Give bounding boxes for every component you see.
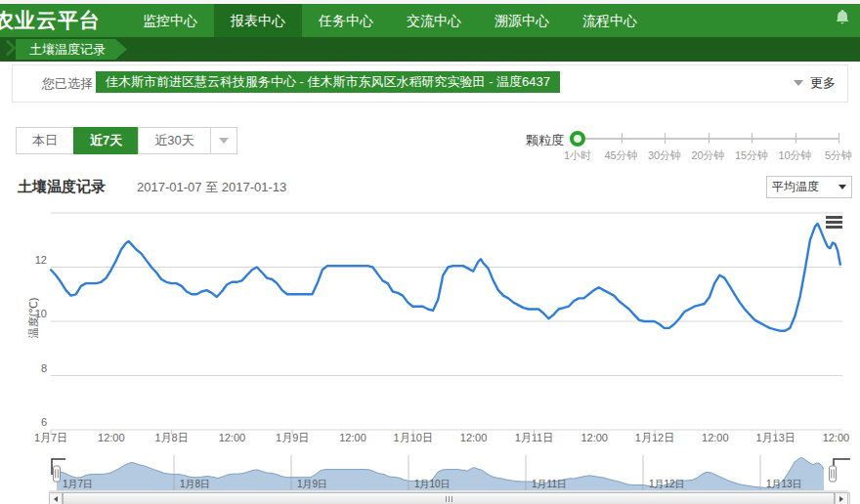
navigator-day-label: 1月9日 xyxy=(297,479,327,489)
more-button[interactable]: 更多 xyxy=(794,74,836,92)
y-tick-label: 8 xyxy=(41,362,47,374)
app-logo: 农业云平台 xyxy=(0,4,114,37)
chart-menu-icon[interactable] xyxy=(826,216,842,229)
nav-item-reports[interactable]: 报表中心 xyxy=(214,4,302,37)
granularity-option-label[interactable]: 20分钟 xyxy=(686,148,731,163)
report-date-range: 2017-01-07 至 2017-01-13 xyxy=(137,179,286,196)
granularity-label: 颗粒度 xyxy=(526,132,564,149)
nav-item-tasks[interactable]: 任务中心 xyxy=(302,4,390,37)
navigator-day-label: 1月10日 xyxy=(414,479,451,489)
range-dropdown-button[interactable] xyxy=(210,127,237,154)
date-range-button-group: 本日近7天近30天 xyxy=(17,127,237,154)
granularity-tick xyxy=(796,133,796,144)
metric-select-dropdown[interactable]: 平均温度 xyxy=(766,176,852,198)
x-tick-label: 12:00 xyxy=(823,432,850,443)
granularity-tick xyxy=(665,133,666,144)
navigator-day-label: 1月12日 xyxy=(649,479,685,489)
granularity-tick xyxy=(709,133,710,144)
x-tick-label: 12:00 xyxy=(219,432,246,443)
granularity-option-label[interactable]: 15分钟 xyxy=(729,148,774,163)
x-tick-label: 12:00 xyxy=(580,432,608,443)
y-tick-label: 12 xyxy=(35,254,47,266)
y-tick-label: 6 xyxy=(41,416,47,428)
navigator-day-label: 1月7日 xyxy=(63,479,93,489)
scrollbar-left-button[interactable] xyxy=(49,492,63,504)
range-button-last-30-days[interactable]: 近30天 xyxy=(138,127,210,154)
granularity-tick xyxy=(752,133,752,144)
caret-down-icon xyxy=(838,185,846,189)
granularity-option-label[interactable]: 45分钟 xyxy=(599,148,644,163)
granularity-option-label[interactable]: 5分钟 xyxy=(816,148,860,163)
nav-item-communication[interactable]: 交流中心 xyxy=(390,4,478,37)
range-button-last-7-days[interactable]: 近7天 xyxy=(73,127,139,154)
temperature-series-line xyxy=(51,224,840,331)
x-tick-label: 12:00 xyxy=(460,432,488,443)
navigator-left-handle[interactable] xyxy=(54,466,61,482)
metric-select-value: 平均温度 xyxy=(772,179,819,195)
caret-down-icon xyxy=(219,138,229,144)
navigator-right-handle[interactable] xyxy=(830,466,837,482)
granularity-slider-handle[interactable] xyxy=(570,131,585,147)
granularity-option-label[interactable]: 30分钟 xyxy=(642,148,687,163)
navigator-day-label: 1月13日 xyxy=(766,479,802,489)
nav-item-traceability[interactable]: 溯源中心 xyxy=(478,4,566,37)
scrollbar-thumb[interactable] xyxy=(63,492,835,504)
selection-panel: 您已选择： 佳木斯市前进区慧云科技服务中心 - 佳木斯市东风区水稻研究实验田 -… xyxy=(12,64,848,103)
top-navbar: 农业云平台 监控中心报表中心任务中心交流中心溯源中心流程中心 xyxy=(0,4,860,37)
granularity-tick xyxy=(622,133,623,144)
range-button-today[interactable]: 本日 xyxy=(16,127,74,154)
breadcrumb-chevron-icon xyxy=(0,40,16,57)
y-axis-title: 温度(℃) xyxy=(26,298,41,339)
granularity-option-label[interactable]: 10分钟 xyxy=(773,148,818,163)
bell-icon[interactable] xyxy=(835,9,850,25)
x-tick-label: 12:00 xyxy=(98,432,125,443)
granularity-option-label[interactable]: 1小时 xyxy=(555,148,600,163)
caret-down-icon xyxy=(794,80,803,86)
breadcrumb-bar: 土壤温度记录 xyxy=(0,37,860,62)
granularity-tick xyxy=(838,133,839,144)
arrow-right-icon xyxy=(839,496,843,502)
chart-navigator[interactable]: 1月7日1月8日1月9日1月10日1月11日1月12日1月13日 xyxy=(0,449,860,494)
temperature-line-chart: 1210861月7日12:001月8日12:001月9日12:001月10日12… xyxy=(0,200,860,444)
main-menu: 监控中心报表中心任务中心交流中心溯源中心流程中心 xyxy=(126,4,654,37)
report-title: 土壤温度记录 xyxy=(18,178,106,196)
arrow-left-icon xyxy=(54,496,58,502)
granularity-control: 颗粒度 1小时45分钟30分钟20分钟15分钟10分钟5分钟 xyxy=(526,125,852,164)
scrollbar-right-button[interactable] xyxy=(835,492,848,504)
navigator-day-label: 1月8日 xyxy=(180,479,210,489)
selected-device-tag[interactable]: 佳木斯市前进区慧云科技服务中心 - 佳木斯市东风区水稻研究实验田 - 温度643… xyxy=(96,71,560,93)
navigator-day-label: 1月11日 xyxy=(532,479,567,489)
x-tick-label: 12:00 xyxy=(702,432,729,443)
x-tick-label: 12:00 xyxy=(339,432,366,443)
nav-item-monitoring[interactable]: 监控中心 xyxy=(126,4,214,37)
nav-item-process[interactable]: 流程中心 xyxy=(566,4,654,37)
breadcrumb-current[interactable]: 土壤温度记录 xyxy=(16,39,127,60)
